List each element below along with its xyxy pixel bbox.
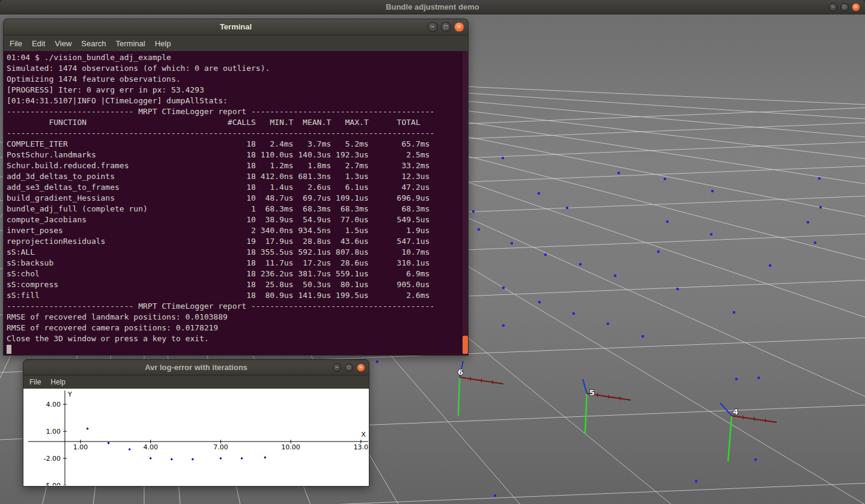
landmark-point [376,360,378,363]
main-window-titlebar[interactable]: Bundle adjustment demo − □ × [0,0,865,14]
landmark-point [657,250,660,253]
landmark-point [814,241,816,244]
camera-axis-blue [720,403,732,416]
x-tick-label: 13.0 [354,443,369,451]
landmark-point [666,220,669,223]
minimize-icon[interactable]: − [333,363,341,372]
terminal-line: RMSE of recovered landmark positions: 0.… [7,312,468,323]
camera-axis-blue [583,379,587,393]
terminal-line: --------------------------- MRPT CTimeLo… [7,106,468,117]
terminal-menubar: FileEditViewSearchTerminalHelp [3,35,469,51]
landmark-point [511,242,513,244]
terminal-line: sS:backsub 18 11.7us 17.2us 28.6us 310.1… [7,258,468,269]
maximize-icon[interactable]: □ [840,3,849,11]
landmark-point [579,263,581,266]
terminal-line: COMPLETE_ITER 18 2.4ms 3.7ms 5.2ms 65.7m… [7,139,468,150]
menu-item-help[interactable]: Help [150,39,176,48]
terminal-line: PostSchur.landmarks 18 110.0us 140.3us 1… [7,150,468,160]
data-point [129,448,130,450]
data-point [86,428,88,430]
landmark-point [735,378,738,380]
y-tick-label: -2.00 [44,455,61,463]
terminal-line: [01:04:31.5107|INFO |CTimeLogger] dumpAl… [7,96,468,106]
landmark-point [695,480,697,482]
landmark-point [676,288,679,290]
close-icon[interactable]: × [852,3,860,11]
plot-titlebar[interactable]: Avr log-error with iterations − □ × [23,359,369,375]
landmark-point [607,323,609,325]
landmark-point [733,311,735,314]
close-icon[interactable]: × [357,363,365,372]
x-axis-label: X [361,431,366,439]
landmark-point [819,206,822,208]
x-tick-label: 7.00 [213,443,228,451]
terminal-line: add_se3_deltas_to_frames 18 1.4us 2.6us … [7,182,468,193]
terminal-line: build_gradient_Hessians 10 48.7us 69.7us… [7,193,468,204]
y-tick-label: 1.00 [46,428,61,436]
landmark-point [754,458,757,461]
plot-menubar: FileHelp [23,375,369,389]
menu-item-help[interactable]: Help [46,378,70,386]
minimize-icon[interactable]: − [829,3,837,11]
y-tick-label: -5.00 [44,482,61,485]
landmark-point [642,335,644,338]
plot-window: Avr log-error with iterations − □ × File… [23,359,369,487]
menu-item-terminal[interactable]: Terminal [111,39,150,48]
data-point [192,458,193,460]
plot-canvas[interactable]: 1.004.007.0010.0013.04.001.00-2.00-5.00Y… [23,389,369,485]
data-point [264,457,266,458]
maximize-icon[interactable]: □ [345,363,353,372]
main-window-title: Bundle adjustment demo [386,2,479,11]
landmark-point [618,172,620,174]
close-icon[interactable]: × [454,22,464,32]
landmark-point [757,377,760,379]
menu-item-search[interactable]: Search [76,39,111,48]
y-axis-label: Y [67,390,72,398]
camera-axis-green [458,377,460,416]
terminal-titlebar[interactable]: Terminal − □ × [3,19,469,35]
terminal-title: Terminal [220,22,252,31]
landmark-point [502,157,504,159]
terminal-content[interactable]: 01:04 $ ./vision_bundle_adj_exampleSimul… [3,51,469,356]
terminal-line: Close the 3D window or press a key to ex… [7,333,468,344]
landmark-point [614,275,616,277]
main-window: Bundle adjustment demo − □ × 654 Termina… [0,0,865,504]
terminal-line: reprojectionResiduals 19 17.9us 28.8us 4… [7,236,468,247]
terminal-line: compute_Jacobians 10 38.9us 54.9us 77.0u… [7,214,468,225]
menu-item-file[interactable]: File [25,378,46,386]
landmark-point [502,324,505,327]
x-tick-label: 10.00 [281,443,300,451]
landmark-point [711,190,714,192]
minimize-icon[interactable]: − [428,22,438,32]
landmark-point [538,192,540,195]
terminal-scrollbar-thumb[interactable] [463,336,468,354]
terminal-line: FUNCTION #CALLS MIN.T MEAN.T MAX.T TOTAL [7,117,468,128]
landmark-point [818,177,821,180]
maximize-icon[interactable]: □ [441,22,451,32]
landmark-point [769,264,771,267]
landmark-point [478,228,480,231]
landmark-point [538,301,541,303]
data-point [241,457,243,459]
terminal-line: 01:04 $ ./vision_bundle_adj_example [7,52,468,63]
data-point [171,458,172,460]
camera-frame-label: 6 [458,368,463,377]
terminal-line: RMSE of recovered camera positions: 0.01… [7,323,468,333]
landmark-point [572,312,575,315]
camera-frame-label: 5 [589,388,595,397]
terminal-line: sS:compress 18 25.8us 50.3us 80.1us 905.… [7,279,468,290]
terminal-line: --------------------------- MRPT CTimeLo… [7,301,468,312]
landmark-point [502,287,505,289]
menu-item-view[interactable]: View [50,39,76,48]
landmark-point [494,494,496,497]
terminal-output: 01:04 $ ./vision_bundle_adj_exampleSimul… [7,52,468,355]
terminal-scrollbar[interactable] [463,51,468,355]
landmark-point [472,210,475,213]
terminal-window: Terminal − □ × FileEditViewSearchTermina… [3,19,469,356]
menu-item-edit[interactable]: Edit [27,39,50,48]
menu-item-file[interactable]: File [5,39,27,48]
terminal-line: sS:fill 18 80.9us 141.9us 199.5us 2.6ms [7,290,468,301]
terminal-line: Simulated: 1474 observations (of which: … [7,63,468,74]
landmark-point [664,178,666,180]
landmark-point [566,207,568,209]
